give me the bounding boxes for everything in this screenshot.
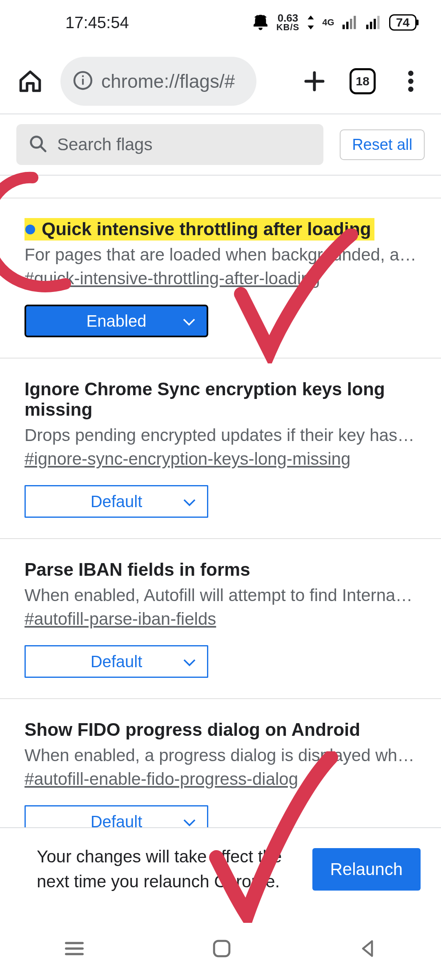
svg-point-4 [408,79,414,84]
modified-dot-icon [25,225,35,234]
site-info-icon[interactable] [73,70,93,92]
chevron-down-icon [183,653,196,671]
clock: 17:45:54 [65,13,129,32]
home-button[interactable] [12,63,48,99]
relaunch-banner: Your changes will take effect the next t… [0,827,441,919]
flag-item: Ignore Chrome Sync encryption keys long … [0,359,441,539]
tab-switcher-button[interactable]: 18 [345,63,381,99]
search-icon [29,134,47,155]
tab-count: 18 [350,68,376,94]
relaunch-message: Your changes will take effect the next t… [37,844,296,894]
flag-description: When enabled, Autofill will attempt to f… [24,586,416,605]
reset-all-button[interactable]: Reset all [340,129,425,160]
flag-dropdown[interactable]: Default [24,645,208,678]
svg-point-5 [408,87,414,92]
recents-button[interactable] [63,938,85,961]
search-box[interactable] [16,124,323,165]
chevron-down-icon [183,492,196,511]
url-text: chrome://flags/# [101,70,235,92]
signal-2-icon [365,16,382,29]
flag-anchor-link[interactable]: #ignore-sync-encryption-keys-long-missin… [24,449,350,469]
svg-rect-2 [82,76,84,77]
svg-rect-7 [214,941,229,956]
flag-anchor-link[interactable]: #quick-intensive-throttling-after-loadin… [24,269,320,288]
url-bar[interactable]: chrome://flags/# [60,57,256,106]
home-nav-button[interactable] [212,938,232,960]
battery-badge: 74 [389,14,416,31]
chevron-down-icon [183,312,195,330]
flag-anchor-link[interactable]: #autofill-parse-iban-fields [24,609,216,629]
svg-rect-1 [82,79,84,85]
status-bar: 17:45:54 0.63 KB/S 4G 74 [0,0,441,45]
search-input[interactable] [57,135,311,154]
search-row: Reset all [0,114,441,176]
svg-point-3 [408,71,414,76]
flag-description: Drops pending encrypted updates if their… [24,425,416,445]
flag-title: Quick intensive throttling after loading [24,218,374,241]
flag-title: Show FIDO progress dialog on Android [24,719,360,739]
flag-anchor-link[interactable]: #autofill-enable-fido-progress-dialog [24,769,298,789]
relaunch-button[interactable]: Relaunch [312,848,421,891]
signal-1-icon [342,16,358,29]
system-nav-bar [0,919,441,980]
flag-dropdown[interactable]: Default [24,485,208,518]
net-type: 4G [322,17,334,28]
flag-item: Parse IBAN fields in forms When enabled,… [0,539,441,699]
flag-title: Ignore Chrome Sync encryption keys long … [24,379,385,419]
alarm-icon [252,14,269,31]
net-speed: 0.63 KB/S [276,13,300,31]
browser-toolbar: chrome://flags/# 18 [0,49,441,114]
back-button[interactable] [358,939,378,960]
flag-description: When enabled, a progress dialog is displ… [24,746,416,765]
flag-description: For pages that are loaded when backgroun… [24,245,416,265]
flag-dropdown[interactable]: Enabled [24,305,208,337]
flag-item: Quick intensive throttling after loading… [0,198,441,359]
net-updown-icon [307,16,315,29]
new-tab-button[interactable] [296,63,332,99]
menu-button[interactable] [393,63,429,99]
flag-title: Parse IBAN fields in forms [24,559,250,579]
